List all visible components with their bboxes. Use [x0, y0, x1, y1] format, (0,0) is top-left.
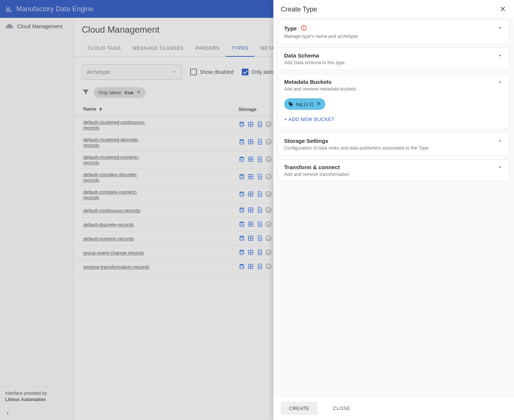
- storage-icon[interactable]: [247, 207, 254, 214]
- row-name-link[interactable]: group-event-change-records: [83, 250, 144, 256]
- storage-icon[interactable]: [247, 191, 254, 198]
- row-name-link[interactable]: window-transformation-records: [83, 264, 149, 270]
- storage-icon[interactable]: [247, 173, 254, 181]
- archetype-select[interactable]: Archetype: [82, 64, 182, 80]
- storage-icon[interactable]: [265, 121, 272, 129]
- storage-icon[interactable]: [265, 156, 272, 164]
- sidebar-footer: Interface provided by Litmus Automation: [0, 386, 74, 407]
- close-button-footer[interactable]: Close: [325, 402, 359, 415]
- svg-point-90: [266, 236, 271, 241]
- show-disabled-checkbox[interactable]: Show disabled: [190, 69, 234, 75]
- storage-icon[interactable]: [238, 156, 245, 164]
- storage-icon[interactable]: [256, 221, 263, 229]
- close-icon[interactable]: [136, 89, 141, 96]
- svg-point-103: [267, 251, 268, 252]
- storage-icon[interactable]: [256, 121, 263, 129]
- tab-parsers[interactable]: PARSERS: [189, 41, 225, 56]
- storage-icon[interactable]: [256, 138, 263, 146]
- storage-icon[interactable]: [265, 263, 272, 271]
- svg-point-18: [266, 139, 271, 144]
- storage-icon[interactable]: [256, 173, 263, 181]
- storage-icon[interactable]: [238, 138, 245, 146]
- storage-icon[interactable]: [247, 138, 254, 146]
- storage-icon[interactable]: [265, 235, 272, 243]
- section-transform-header[interactable]: Transform & connect Add and remove trans…: [278, 160, 509, 181]
- section-metadata-desc: Add and remove metadata buckets: [284, 86, 356, 92]
- only-latest-checkbox[interactable]: Only lates: [242, 69, 274, 75]
- tab-cloud-tags[interactable]: CLOUD TAGS: [82, 41, 127, 56]
- storage-icon[interactable]: [256, 207, 263, 214]
- row-name-link[interactable]: default-clustered-continuous-records: [83, 119, 150, 131]
- add-new-bucket-button[interactable]: + Add New Bucket: [284, 117, 503, 122]
- section-metadata-buckets: Metadata Buckets Add and remove metadata…: [278, 74, 510, 129]
- row-name-link[interactable]: default-complex-numeric-records: [83, 189, 150, 200]
- storage-icon[interactable]: [256, 235, 263, 243]
- tab-types[interactable]: TYPES: [226, 41, 255, 57]
- storage-icon[interactable]: [247, 235, 254, 243]
- storage-icon[interactable]: [256, 263, 263, 271]
- row-name-link[interactable]: default-clustered-discrete-records: [83, 137, 150, 148]
- drawer-footer: Create Close: [273, 396, 514, 420]
- only-latest-label: Only lates: [251, 69, 274, 75]
- chip-label: tag (v.1): [296, 101, 313, 107]
- warning-icon: [300, 24, 307, 32]
- storage-icon[interactable]: [256, 249, 263, 257]
- section-data-schema-header[interactable]: Data Schema Add Data schema to this type: [278, 48, 509, 70]
- section-data-schema: Data Schema Add Data schema to this type: [278, 47, 510, 70]
- chevron-left-icon: [4, 410, 10, 416]
- sidebar-item-cloud-management[interactable]: Cloud Management: [0, 18, 74, 35]
- close-button[interactable]: [499, 5, 507, 14]
- storage-icon[interactable]: [265, 249, 272, 257]
- svg-point-123: [289, 102, 290, 103]
- tag-icon: [288, 101, 294, 107]
- row-name-link[interactable]: default-discrete-records: [83, 222, 134, 227]
- create-button[interactable]: Create: [281, 402, 318, 415]
- section-transform-connect: Transform & connect Add and remove trans…: [278, 159, 510, 182]
- storage-icon[interactable]: [238, 249, 245, 257]
- filter-icon[interactable]: [82, 88, 90, 97]
- svg-point-104: [269, 251, 270, 252]
- storage-icon[interactable]: [247, 121, 254, 129]
- remove-bucket-button[interactable]: [316, 101, 322, 108]
- svg-point-42: [266, 174, 271, 179]
- section-metadata-body: tag (v.1) + Add New Bucket: [278, 96, 509, 129]
- storage-icon[interactable]: [238, 191, 245, 198]
- storage-icon[interactable]: [247, 156, 254, 164]
- storage-icon[interactable]: [265, 173, 272, 181]
- row-name-link[interactable]: default-complex-discrete-records: [83, 172, 150, 183]
- storage-icon[interactable]: [238, 221, 245, 229]
- storage-icon[interactable]: [265, 221, 272, 229]
- drawer-title: Create Type: [281, 6, 317, 13]
- section-storage-header[interactable]: Storage Settings Configuration of data s…: [278, 133, 509, 155]
- close-icon: [316, 101, 322, 106]
- svg-point-31: [267, 158, 268, 159]
- storage-icon[interactable]: [238, 173, 245, 181]
- storage-icon[interactable]: [238, 263, 245, 271]
- section-type: Type Manage type's name and archetype: [278, 20, 510, 44]
- row-name-link[interactable]: default-numeric-records: [83, 236, 134, 242]
- section-type-header[interactable]: Type Manage type's name and archetype: [278, 20, 509, 43]
- row-name-link[interactable]: default-continuous-records: [83, 208, 140, 213]
- svg-point-7: [267, 124, 268, 124]
- storage-icon[interactable]: [265, 138, 272, 146]
- storage-icon[interactable]: [247, 249, 254, 257]
- bucket-chip-tag[interactable]: tag (v.1): [284, 98, 325, 110]
- storage-icon[interactable]: [238, 121, 245, 129]
- section-metadata-header[interactable]: Metadata Buckets Add and remove metadata…: [278, 74, 509, 96]
- footer-text-1: Interface provided by: [5, 390, 69, 397]
- storage-icon[interactable]: [265, 207, 272, 214]
- storage-icon[interactable]: [238, 235, 245, 243]
- row-name-link[interactable]: default-clustered-numeric-records: [83, 154, 150, 165]
- column-name[interactable]: Name: [74, 102, 234, 116]
- storage-icon[interactable]: [247, 221, 254, 229]
- svg-point-6: [266, 122, 271, 127]
- storage-icon[interactable]: [256, 156, 263, 164]
- storage-icon[interactable]: [256, 191, 263, 198]
- tab-message-classes[interactable]: MESSAGE CLASSES: [127, 41, 189, 56]
- svg-point-36: [240, 174, 244, 176]
- storage-icon[interactable]: [238, 207, 245, 214]
- filter-chip-only-latest[interactable]: Only latest: true: [94, 87, 146, 98]
- storage-icon[interactable]: [247, 263, 254, 271]
- sidebar-collapse-button[interactable]: [0, 407, 74, 420]
- storage-icon[interactable]: [265, 191, 272, 198]
